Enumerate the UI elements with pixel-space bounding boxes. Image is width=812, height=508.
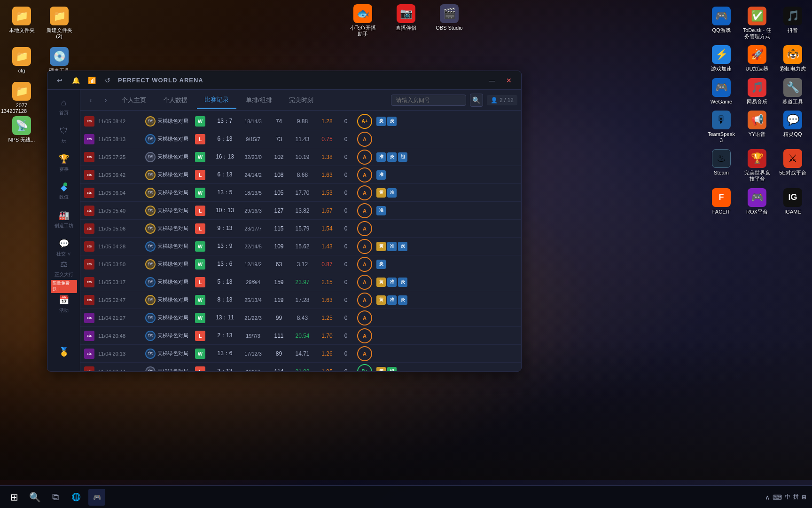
match-row[interactable]: cts 11/05 05:40 🗺 天梯绿色对局 L 10：13 29/16/3…: [80, 202, 521, 220]
desktop-icon-igame[interactable]: iG IGAME: [776, 186, 810, 217]
desktop-icon-gameacc[interactable]: ⚡ 游戏加速: [704, 43, 738, 74]
match-rank: A: [353, 221, 376, 236]
desktop-icon-obs[interactable]: 🎬 OBS Studio: [432, 2, 466, 39]
desktop-icon-cysea[interactable]: 🐯 彩虹电力虎: [776, 43, 810, 74]
taskbar-app-pwi[interactable]: 🎮: [88, 489, 105, 506]
tray-icon-up[interactable]: ∧: [765, 493, 770, 501]
match-mode: 天梯绿色对局: [157, 261, 195, 268]
match-row[interactable]: cts 11/05 04:28 🗺 天梯绿色对局 W 13：9 22/14/5 …: [80, 238, 521, 255]
match-row[interactable]: cts 11/05 02:47 🗺 天梯绿色对局 W 8：13 25/13/4 …: [80, 291, 521, 309]
title-refresh-btn[interactable]: ↺: [101, 74, 114, 87]
map-icon: 🗺: [145, 206, 156, 216]
match-hs: 8.68: [289, 172, 315, 178]
title-signal-btn[interactable]: 📶: [85, 74, 98, 87]
desktop-icon-yy[interactable]: 📢 YY语音: [740, 109, 774, 145]
desktop-icon-todo[interactable]: ✅ ToDe.sk - 任务管理方式: [740, 5, 774, 41]
desktop-icon-local-folder[interactable]: 📁 本地文件夹: [5, 5, 39, 41]
tray-icon-pinyin[interactable]: 拼: [793, 493, 799, 501]
desktop-icon-neteasy[interactable]: 🎵 网易音乐: [740, 76, 774, 107]
sidebar-item-activity[interactable]: 📅 活动: [51, 291, 77, 318]
tray-icon-layout[interactable]: ⊞: [802, 494, 806, 500]
desktop-icon-new-folder[interactable]: 📁 新建文件夹(2): [42, 5, 76, 41]
sidebar-item-workshop[interactable]: 🏭 创造工坊: [51, 206, 77, 233]
desktop-icon-uu[interactable]: 🚀 UU加速器: [740, 43, 774, 74]
sidebar-item-bottom[interactable]: 🥇: [51, 339, 77, 365]
tray-icon-kb[interactable]: ⌨: [773, 493, 782, 501]
taskbar-start-button[interactable]: ⊞: [6, 489, 23, 506]
map-icon: 🗺: [145, 277, 156, 287]
desktop-icon-5e[interactable]: ⚔ 5E对战平台: [776, 147, 810, 184]
match-hs: 8.43: [289, 315, 315, 321]
sidebar-item-event[interactable]: 🏆 赛事: [51, 150, 77, 176]
match-row[interactable]: cts 11/05 03:50 🗺 天梯绿色对局 W 13：6 12/19/2 …: [80, 255, 521, 273]
match-tags: 黄 准: [376, 188, 517, 198]
sidebar-item-fairplay[interactable]: ⚖ 正义大行 限量免费送！: [51, 263, 77, 289]
desktop-icon-cfg[interactable]: 📁 cfg: [5, 45, 39, 76]
match-row[interactable]: cts 11/04 20:48 🗺 天梯绿色对局 L 2：13 19/7/3 1…: [80, 327, 521, 345]
taskbar-network-icon[interactable]: 🌐: [68, 489, 85, 506]
sidebar-item-home[interactable]: ⌂ 首页: [51, 94, 77, 120]
map-icon: 🗺: [145, 188, 156, 198]
match-row[interactable]: cts 11/05 08:13 🗺 天梯绿色对局 L 6：13 9/15/7 7…: [80, 130, 521, 148]
match-row[interactable]: cts 11/05 03:17 🗺 天梯绿色对局 L 5：13 29/9/4 1…: [80, 273, 521, 291]
match-rank: A: [353, 310, 376, 325]
tag: 炎: [398, 295, 407, 305]
nav-forward-button[interactable]: ›: [99, 94, 112, 107]
tab-personal-home[interactable]: 个人主页: [114, 92, 154, 109]
taskbar: ⊞ 🔍 ⧉ 🌐 🎮 ∧ ⌨ 中 拼 ⊞: [0, 485, 812, 508]
desktop-icon-jingqq[interactable]: 💬 精灵QQ: [776, 109, 810, 145]
match-date: 11/05 05:40: [98, 208, 145, 214]
sidebar-label-social: 社交 ∨: [56, 251, 71, 257]
tag: 准: [376, 206, 386, 215]
sidebar-label-activity: 活动: [59, 307, 69, 314]
desktop-icon-fish-stream[interactable]: 🐟 小飞鱼开播助手: [346, 2, 380, 39]
desktop-icon-teamspeak[interactable]: 🎙 TeamSpeak 3: [704, 109, 738, 145]
match-row[interactable]: cts 11/04 21:27 🗺 天梯绿色对局 W 13：11 21/22/3…: [80, 309, 521, 327]
tab-match-records[interactable]: 比赛记录: [197, 92, 236, 109]
desktop-icon-rox[interactable]: 🎮 ROX平台: [740, 186, 774, 217]
desktop-icon-live-partner[interactable]: 📷 直播伴侣: [389, 2, 423, 39]
match-rank: A: [353, 239, 376, 254]
search-button[interactable]: 🔍: [470, 94, 483, 107]
tab-personal-data[interactable]: 个人数据: [156, 92, 195, 109]
map-icon: 🗺: [145, 134, 156, 144]
title-back-btn[interactable]: ↩: [53, 74, 66, 87]
tab-rank[interactable]: 单排/组排: [238, 92, 280, 109]
game-badge: cts: [84, 241, 94, 252]
title-notif-btn[interactable]: 🔔: [69, 74, 82, 87]
desktop-icon-wegame[interactable]: 🎮 WeGame: [704, 76, 738, 107]
tab-perfect-time[interactable]: 完美时刻: [281, 92, 321, 109]
match-row[interactable]: cts 11/05 08:42 🗺 天梯绿色对局 W 13：7 18/14/3 …: [80, 112, 521, 130]
desktop-icon-douyin[interactable]: 🎵 抖音: [776, 5, 810, 41]
desktop-icon-2077[interactable]: 📁 2077: [5, 80, 39, 111]
room-search-input[interactable]: [391, 95, 466, 106]
match-kda: 18/13/5: [238, 190, 268, 196]
sidebar-item-play[interactable]: 🛡 玩: [51, 122, 77, 148]
match-row[interactable]: cts 11/05 05:06 🗺 天梯绿色对局 L 9：13 23/17/7 …: [80, 220, 521, 238]
activity-icon: 📅: [59, 295, 69, 305]
match-rating: 1.54: [315, 225, 339, 232]
match-row[interactable]: cts 11/05 07:25 🗺 天梯绿色对局 W 16：13 32/20/0…: [80, 148, 521, 166]
desktop-icon-nps[interactable]: 📡 NPS 无线...: [5, 114, 39, 145]
close-button[interactable]: ✕: [502, 74, 515, 87]
tray-icon-ime[interactable]: 中: [785, 493, 790, 501]
taskbar-taskview-button[interactable]: ⧉: [47, 489, 64, 506]
desktop-icon-faceit[interactable]: F FACEIT: [704, 186, 738, 217]
match-row[interactable]: cts 11/04 19:44 🗺 天梯绿色对局 L 2：13 19/6/6 1…: [80, 363, 521, 371]
desktop-label-id: 134207128: [1, 108, 27, 114]
sidebar-item-data[interactable]: ◆ 数值: [51, 178, 77, 205]
minimize-button[interactable]: —: [485, 74, 499, 87]
desktop-icon-steam[interactable]: ♨ Steam: [704, 147, 738, 184]
desktop-icon-wanmei[interactable]: 🏆 完美世界竞技平台: [740, 147, 774, 184]
match-row[interactable]: cts 11/04 20:13 🗺 天梯绿色对局 W 13：6 17/12/3 …: [80, 345, 521, 363]
tag: 准: [376, 170, 386, 180]
match-row[interactable]: cts 11/05 06:42 🗺 天梯绿色对局 L 6：13 24/14/2 …: [80, 166, 521, 184]
desktop-icon-modao[interactable]: 🔧 暮道工具: [776, 76, 810, 107]
desktop-icon-qqgame[interactable]: 🎮 QQ游戏: [704, 5, 738, 41]
match-row[interactable]: cts 11/05 06:04 🗺 天梯绿色对局 W 13：5 18/13/5 …: [80, 184, 521, 202]
taskbar-search-button[interactable]: 🔍: [26, 489, 43, 506]
match-rating: 1.63: [315, 297, 339, 303]
nav-back-button[interactable]: ‹: [84, 94, 97, 107]
sidebar-item-social[interactable]: 💬 社交 ∨: [51, 235, 77, 261]
match-kda: 25/13/4: [238, 297, 268, 303]
